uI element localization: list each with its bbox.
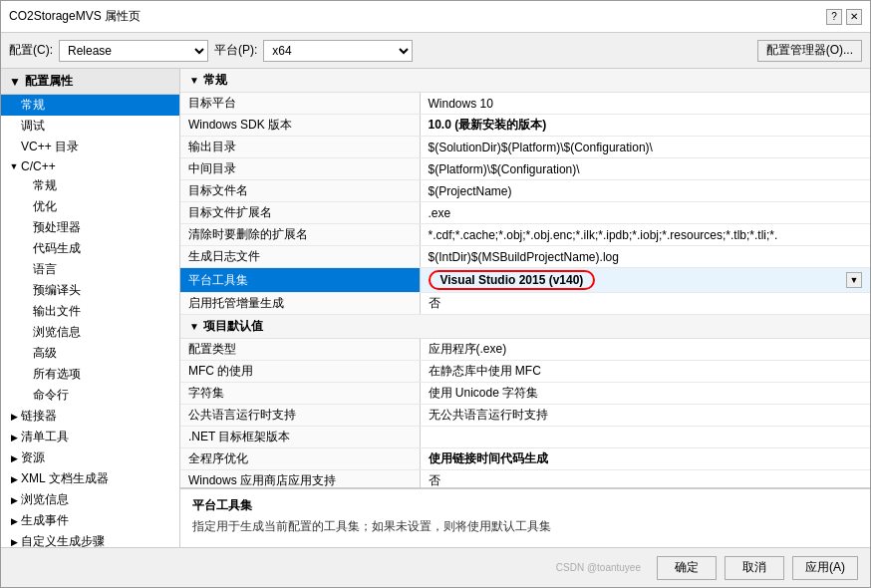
prop-value-logfile: $(IntDir)$(MSBuildProjectName).log <box>420 246 870 268</box>
section-changui-header: ▼ 常规 <box>180 69 870 93</box>
prop-value-incremental: 否 <box>420 293 870 315</box>
prop-label-lto: 全程序优化 <box>180 448 420 470</box>
prop-row-outdir: 输出目录 $(SolutionDir)$(Platform)\$(Configu… <box>180 137 870 158</box>
prop-row-targetname: 目标文件名 $(ProjectName) <box>180 180 870 202</box>
toolset-value-container: Visual Studio 2015 (v140) ▼ <box>429 270 863 290</box>
help-button[interactable]: ? <box>826 9 842 25</box>
prop-value-target-platform: Windows 10 <box>420 93 870 115</box>
sidebar-item-suoyou[interactable]: 所有选项 <box>1 364 179 385</box>
sidebar-item-vcpp[interactable]: VC++ 目录 <box>1 137 179 157</box>
sidebar-item-custom[interactable]: ▶自定义生成步骤 <box>1 531 179 547</box>
prop-label-netfx: .NET 目标框架版本 <box>180 427 420 448</box>
sidebar-item-mingling[interactable]: 命令行 <box>1 385 179 406</box>
browse-arrow-icon: ▶ <box>9 495 19 505</box>
watermark: CSDN @toantuyee <box>556 562 641 573</box>
apply-button[interactable]: 应用(A) <box>792 556 858 580</box>
prop-value-store: 否 <box>420 470 870 488</box>
qingdan-arrow-icon: ▶ <box>9 433 19 442</box>
sidebar-item-changui[interactable]: 常规 <box>1 95 179 116</box>
changui-expand-icon: ▼ <box>188 75 200 86</box>
sidebar-item-liulan[interactable]: 浏览信息 <box>1 322 179 343</box>
sidebar-item-shuchu[interactable]: 输出文件 <box>1 301 179 322</box>
prop-label-configtype: 配置类型 <box>180 339 420 361</box>
prop-value-cleanext: *.cdf;*.cache;*.obj;*.obj.enc;*.ilk;*.ip… <box>420 224 870 246</box>
lianjieqi-arrow-icon: ▶ <box>9 412 19 422</box>
toolset-highlighted-value: Visual Studio 2015 (v140) <box>429 270 596 290</box>
config-select[interactable]: Release <box>59 40 208 62</box>
prop-row-configtype: 配置类型 应用程序(.exe) <box>180 339 870 361</box>
info-description: 指定用于生成当前配置的工具集；如果未设置，则将使用默认工具集 <box>192 518 858 535</box>
prop-row-lto: 全程序优化 使用链接时间代码生成 <box>180 448 870 470</box>
sidebar-item-youhua[interactable]: 优化 <box>1 196 179 217</box>
footer: CSDN @toantuyee 确定 取消 应用(A) <box>1 547 870 587</box>
sidebar-item-browse[interactable]: ▶浏览信息 <box>1 489 179 510</box>
prop-label-charset: 字符集 <box>180 383 420 405</box>
title-bar-buttons: ? ✕ <box>826 9 862 25</box>
prop-label-sdk: Windows SDK 版本 <box>180 115 420 137</box>
main-content: ▼ 配置属性 常规 调试 VC++ 目录 ▼C/C++ 常规 优化 预处理器 代… <box>1 69 870 547</box>
prop-row-toolset[interactable]: 平台工具集 Visual Studio 2015 (v140) ▼ <box>180 268 870 293</box>
sidebar-item-yuchuliq[interactable]: 预处理器 <box>1 217 179 238</box>
prop-value-netfx <box>420 427 870 448</box>
prop-row-charset: 字符集 使用 Unicode 字符集 <box>180 383 870 405</box>
sidebar-item-cpp-changui[interactable]: 常规 <box>1 175 179 196</box>
prop-value-lto: 使用链接时间代码生成 <box>420 448 870 470</box>
sidebar-item-cpp[interactable]: ▼C/C++ <box>1 157 179 175</box>
prop-label-incremental: 启用托管增量生成 <box>180 293 420 315</box>
prop-label-targetext: 目标文件扩展名 <box>180 202 420 224</box>
prop-row-sdk: Windows SDK 版本 10.0 (最新安装的版本) <box>180 115 870 137</box>
sidebar-item-lianjieqi[interactable]: ▶链接器 <box>1 406 179 427</box>
prop-label-intdir: 中间目录 <box>180 158 420 180</box>
events-arrow-icon: ▶ <box>9 516 19 526</box>
prop-value-targetname: $(ProjectName) <box>420 180 870 202</box>
platform-select[interactable]: x64 <box>263 40 413 62</box>
dialog-title: CO2StorageMVS 属性页 <box>9 8 141 25</box>
cancel-button[interactable]: 取消 <box>725 556 784 580</box>
sidebar: ▼ 配置属性 常规 调试 VC++ 目录 ▼C/C++ 常规 优化 预处理器 代… <box>1 69 180 547</box>
section-xiangmu-header: ▼ 项目默认值 <box>180 315 870 339</box>
prop-row-targetext: 目标文件扩展名 .exe <box>180 202 870 224</box>
prop-value-toolset[interactable]: Visual Studio 2015 (v140) ▼ <box>420 268 870 293</box>
sidebar-expand-icon: ▼ <box>9 75 21 89</box>
prop-value-targetext: .exe <box>420 202 870 224</box>
prop-label-outdir: 输出目录 <box>180 137 420 158</box>
prop-row-logfile: 生成日志文件 $(IntDir)$(MSBuildProjectName).lo… <box>180 246 870 268</box>
sidebar-item-daima[interactable]: 代码生成 <box>1 238 179 259</box>
prop-label-targetname: 目标文件名 <box>180 180 420 202</box>
prop-value-charset: 使用 Unicode 字符集 <box>420 383 870 405</box>
prop-label-clr: 公共语言运行时支持 <box>180 405 420 427</box>
prop-label-logfile: 生成日志文件 <box>180 246 420 268</box>
close-button[interactable]: ✕ <box>846 9 862 25</box>
prop-row-intdir: 中间目录 $(Platform)\$(Configuration)\ <box>180 158 870 180</box>
prop-value-intdir: $(Platform)\$(Configuration)\ <box>420 158 870 180</box>
properties-table: ▼ 常规 目标平台 Windows 10 Windows SDK 版本 10.0… <box>180 69 870 487</box>
platform-label: 平台(P): <box>214 42 257 59</box>
custom-arrow-icon: ▶ <box>9 537 19 547</box>
info-title: 平台工具集 <box>192 497 858 514</box>
sidebar-item-ziyuan[interactable]: ▶资源 <box>1 447 179 468</box>
prop-row-incremental: 启用托管增量生成 否 <box>180 293 870 315</box>
info-panel: 平台工具集 指定用于生成当前配置的工具集；如果未设置，则将使用默认工具集 <box>180 487 870 547</box>
sidebar-item-tiaoshi[interactable]: 调试 <box>1 116 179 137</box>
sidebar-item-yubianyitou[interactable]: 预编译头 <box>1 280 179 301</box>
config-label: 配置(C): <box>9 42 53 59</box>
prop-row-netfx: .NET 目标框架版本 <box>180 427 870 448</box>
ok-button[interactable]: 确定 <box>657 556 717 580</box>
ziyuan-arrow-icon: ▶ <box>9 453 19 463</box>
prop-value-clr: 无公共语言运行时支持 <box>420 405 870 427</box>
xml-arrow-icon: ▶ <box>9 474 19 484</box>
sidebar-item-events[interactable]: ▶生成事件 <box>1 510 179 531</box>
sidebar-item-xml[interactable]: ▶XML 文档生成器 <box>1 468 179 489</box>
sidebar-header-label: 配置属性 <box>25 73 73 90</box>
toolset-dropdown-arrow[interactable]: ▼ <box>846 272 862 288</box>
content-area: ▼ 常规 目标平台 Windows 10 Windows SDK 版本 10.0… <box>180 69 870 547</box>
prop-value-mfc: 在静态库中使用 MFC <box>420 361 870 383</box>
sidebar-item-qingdan[interactable]: ▶清单工具 <box>1 427 179 447</box>
config-manager-button[interactable]: 配置管理器(O)... <box>757 40 862 62</box>
sidebar-header: ▼ 配置属性 <box>1 69 179 95</box>
sidebar-item-yuyan[interactable]: 语言 <box>1 259 179 280</box>
sidebar-item-gaoji[interactable]: 高级 <box>1 343 179 364</box>
prop-row-clr: 公共语言运行时支持 无公共语言运行时支持 <box>180 405 870 427</box>
prop-label-cleanext: 清除时要删除的扩展名 <box>180 224 420 246</box>
prop-value-outdir: $(SolutionDir)$(Platform)\$(Configuratio… <box>420 137 870 158</box>
